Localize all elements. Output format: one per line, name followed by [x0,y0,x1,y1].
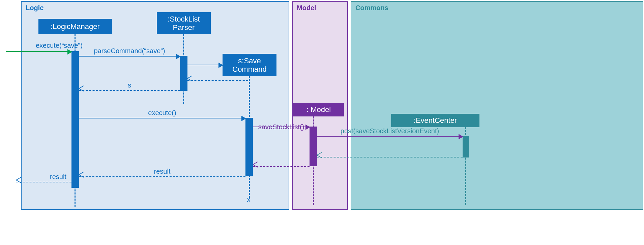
msg-return-post [317,157,463,158]
participant-stocklist-parser: :StockList Parser [157,12,211,34]
module-commons-label: Commons [355,4,388,12]
msg-result-out: result [16,182,71,182]
arrow-icon [67,49,72,55]
participant-model: : Model [293,103,344,116]
msg-parse-command: parseCommand(“save”) [79,56,180,57]
arrow-icon [218,63,223,68]
msg-execute-label: execute() [148,109,176,117]
msg-return-save-stock-list [253,166,310,167]
msg-result: result [79,176,245,177]
destroy-save-command: x [247,195,251,204]
activation-stocklist-parser [180,56,187,91]
msg-return-create [187,80,248,81]
module-commons: Commons [351,1,643,210]
participant-event-center: :EventCenter [391,114,479,127]
msg-return-s-label: s [128,81,131,89]
module-model-label: Model [297,4,316,12]
participant-save-command: s:Save Command [223,54,276,76]
msg-post-event: post(saveStockListVersionEvent) [317,136,463,137]
msg-execute-save: execute(“save”) [6,51,71,52]
msg-result-label: result [154,168,171,175]
arrow-icon [176,54,181,59]
msg-execute-save-label: execute(“save”) [36,42,83,49]
msg-return-s: s [79,90,180,91]
msg-save-stock-list: saveStockList() [253,127,310,127]
module-logic-label: Logic [26,4,43,12]
arrow-icon [305,125,310,130]
msg-save-stock-list-label: saveStockList() [258,123,304,131]
msg-parse-command-label: parseCommand(“save”) [94,47,165,55]
activation-save-command [245,118,253,176]
arrow-icon [241,116,246,121]
activation-model [310,127,317,166]
msg-execute: execute() [79,118,245,118]
msg-create-save-command [187,65,223,65]
msg-result-out-label: result [50,173,66,181]
activation-logic-manager [71,51,79,188]
msg-post-event-label: post(saveStockListVersionEvent) [341,127,439,135]
arrow-icon [459,134,463,139]
participant-logic-manager: :LogicManager [38,19,112,34]
activation-event-center [463,136,469,158]
